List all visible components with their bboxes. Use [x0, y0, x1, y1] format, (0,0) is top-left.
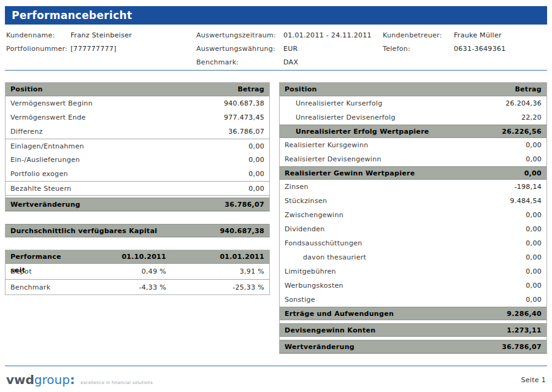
left-column: Position Betrag Vermögenswert Beginn 940… [5, 82, 270, 354]
row-value: 0,00 [526, 293, 542, 307]
column-header-date1: 01.10.2011 [74, 250, 166, 263]
header-divider [5, 70, 547, 71]
column-header-betrag: Betrag [237, 83, 264, 96]
avg-capital-value: 940.687,38 [220, 225, 264, 237]
benchmark-value: DAX [283, 56, 298, 69]
row-label: Bezahlte Steuern [10, 182, 71, 195]
table-row: Sonstige 0,00 [280, 293, 546, 307]
info-row-portfolionummer: Portfolionummer: [777777777] [6, 42, 196, 56]
subtotal-value: 1.273,11 [507, 324, 542, 336]
subtotal-row-unrealisierter-erfolg: Unrealisierter Erfolg Wertpapiere 26.226… [280, 125, 546, 138]
auswertungswaehrung-label: Auswertungswährung: [196, 42, 283, 56]
value-change-table: Position Betrag Vermögenswert Beginn 940… [5, 82, 270, 212]
row-value: -25,33 % [166, 280, 264, 294]
column-header-position: Position [10, 83, 43, 96]
row-value: -198,14 [514, 180, 542, 194]
row-value: -4,33 % [74, 280, 166, 294]
info-row-kundenbetreuer: Kundenbetreuer: Frauke Müller [383, 29, 547, 42]
row-value: 0,00 [248, 139, 264, 153]
table-row: Zinsen -198,14 [280, 180, 546, 194]
row-label: Zwischengewinn [285, 208, 343, 222]
info-row-benchmark: Benchmark: DAX [196, 56, 383, 69]
row-label: Sonstige [285, 293, 315, 307]
auswertungswaehrung-value: EUR [283, 42, 298, 56]
subtotal-value: 26.226,56 [502, 125, 542, 137]
row-label: Realisierter Devisengewinn [285, 152, 381, 166]
report-body: Position Betrag Vermögenswert Beginn 940… [5, 82, 547, 354]
row-label: davon thesauriert [285, 250, 366, 264]
kundenname-label: Kundenname: [6, 29, 71, 42]
row-value: 940.687,38 [224, 96, 264, 110]
total-label: Wertveränderung [10, 198, 80, 210]
row-label: Realisierter Kursgewinn [285, 138, 368, 152]
avg-capital-row: Durchschnittlich verfügbares Kapital 940… [6, 224, 269, 237]
table-row: Vermögenswert Ende 977.473,45 [6, 110, 269, 125]
page-title: Performancebericht [5, 6, 547, 25]
subtotal-value: 9.286,40 [507, 307, 542, 320]
table-row: Bezahlte Steuern 0,00 [6, 181, 269, 195]
info-row-auswertungswaehrung: Auswertungswährung: EUR [196, 42, 383, 56]
earnings-table-header: Position Betrag [280, 83, 546, 96]
row-label: Fondsausschüttungen [285, 236, 362, 250]
avg-capital-table: Durchschnittlich verfügbares Kapital 940… [5, 224, 270, 237]
row-label: Werbungskosten [285, 279, 343, 293]
row-value: 22,20 [521, 110, 542, 125]
row-value: 0,00 [248, 167, 264, 181]
table-row: Fondsausschüttungen 0,00 [280, 236, 546, 250]
info-row-auswertungszeitraum: Auswertungszeitraum: 01.01.2011 - 24.11.… [196, 29, 383, 42]
info-row-telefon: Telefon: 0631-3649361 [383, 42, 547, 56]
info-row-kundenname: Kundenname: Franz Steinbeiser [6, 29, 196, 42]
table-row: Werbungskosten 0,00 [280, 279, 546, 293]
subtotal-value: 0,00 [524, 167, 542, 179]
report-page: Performancebericht Kundenname: Franz Ste… [0, 0, 552, 387]
subtotal-label: Unrealisierter Erfolg Wertpapiere [285, 125, 429, 137]
right-column: Position Betrag Unrealisierter Kurserfol… [279, 82, 547, 354]
table-row: Realisierter Devisengewinn 0,00 [280, 152, 546, 166]
row-label: Ein-/Auslieferungen [10, 153, 80, 167]
row-label: Depot [10, 264, 74, 279]
total-label: Wertveränderung [285, 340, 355, 353]
row-label: Stückzinsen [285, 194, 327, 208]
table-row: Vermögenswert Beginn 940.687,38 [6, 96, 269, 110]
row-value: 26.204,36 [505, 96, 542, 110]
row-value: 0,00 [526, 250, 542, 264]
page-number: Seite 1 [521, 376, 546, 384]
kundenbetreuer-label: Kundenbetreuer: [383, 29, 454, 42]
total-value: 36.786,07 [502, 340, 542, 353]
auswertungszeitraum-label: Auswertungszeitraum: [196, 29, 283, 42]
table-row: Realisierter Kursgewinn 0,00 [280, 138, 546, 152]
portfolionummer-value: [777777777] [71, 42, 117, 56]
row-label: Portfolio exogen [10, 167, 68, 181]
table-row: Limitgebühren 0,00 [280, 264, 546, 279]
subtotal-row-devisengewinn-konten: Devisengewinn Konten 1.273,11 [280, 323, 546, 337]
earnings-table: Position Betrag Unrealisierter Kurserfol… [279, 82, 547, 354]
subtotal-row-ertraege: Erträge und Aufwendungen 9.286,40 [280, 307, 546, 320]
subtotal-label: Erträge und Aufwendungen [285, 307, 394, 320]
table-row: Zwischengewinn 0,00 [280, 208, 546, 222]
performance-table: Performance seit 01.10.2011 01.01.2011 D… [5, 250, 270, 295]
footer: vwdgroup: excellence in financial soluti… [5, 366, 547, 387]
info-evaluation-group: Auswertungszeitraum: 01.01.2011 - 24.11.… [196, 29, 383, 69]
row-label: Zinsen [285, 180, 309, 194]
row-label: Unrealisierter Devisenerfolg [285, 110, 396, 125]
row-label: Vermögenswert Beginn [10, 96, 93, 110]
logo-colon: : [70, 372, 75, 387]
subtotal-label: Devisengewinn Konten [285, 324, 375, 336]
table-row: Stückzinsen 9.484,54 [280, 194, 546, 208]
row-value: 9.484,54 [510, 194, 542, 208]
telefon-value: 0631-3649361 [454, 42, 506, 56]
row-value: 0,49 % [74, 264, 166, 279]
table-row: Einlagen/Entnahmen 0,00 [6, 139, 269, 153]
row-label: Differenz [10, 125, 43, 139]
column-header-performance-seit: Performance seit [10, 250, 74, 263]
row-value: 0,00 [526, 138, 542, 152]
info-customer-group: Kundenname: Franz Steinbeiser Portfolion… [6, 29, 196, 69]
row-value: 0,00 [526, 222, 542, 236]
kundenname-value: Franz Steinbeiser [71, 29, 132, 42]
total-value: 36.786,07 [224, 198, 264, 210]
column-header-position: Position [285, 83, 317, 96]
logo-tagline: excellence in financial solutions [80, 380, 153, 385]
auswertungszeitraum-value: 01.01.2011 - 24.11.2011 [283, 29, 372, 42]
value-change-table-header: Position Betrag [6, 83, 269, 96]
logo-vwd-text: vwd [6, 372, 34, 387]
